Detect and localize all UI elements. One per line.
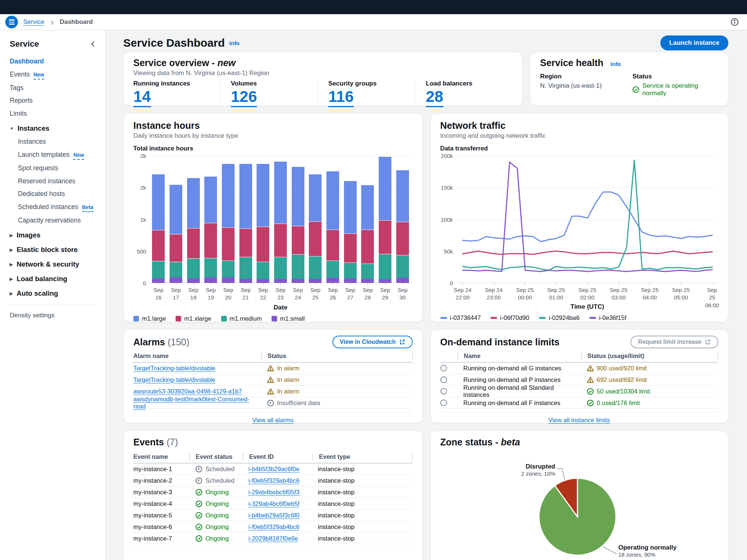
sidebar-section-instances[interactable]: ▼Instances bbox=[10, 124, 96, 133]
network-traffic-y-axis: 050k100k150k200k bbox=[440, 156, 457, 283]
sidebar-item-capacity-reservations[interactable]: Capacity reservations bbox=[18, 216, 96, 225]
event-id-link[interactable]: i-f0eb5f329ab4bc6 bbox=[248, 523, 300, 530]
network-traffic-x-axis: Sep 2422:00Sep 2423:00Sep 2500:00Sep 250… bbox=[457, 283, 718, 301]
event-row: my-instance-4Ongoingi-329ab4bc6f0eb5fins… bbox=[133, 498, 413, 510]
event-name-cell: my-instance-3 bbox=[133, 489, 189, 496]
event-name-cell: my-instance-7 bbox=[133, 535, 189, 542]
success-icon bbox=[587, 399, 594, 407]
bar-slot bbox=[237, 156, 254, 283]
legend-label: i-03736447 bbox=[450, 314, 481, 321]
radio-button[interactable] bbox=[440, 388, 447, 395]
sidebar-item-spot-requests[interactable]: Spot requests bbox=[18, 164, 96, 173]
bar-segment-m1.medium bbox=[396, 255, 409, 278]
sidebar-item-label: Capacity reservations bbox=[18, 216, 81, 225]
legend-item-i-06f70d90[interactable]: i-06f70d90 bbox=[490, 314, 529, 321]
sidebar-item-badge[interactable]: New bbox=[34, 71, 44, 80]
view-in-cloudwatch-button[interactable]: View in Cloudwatch bbox=[332, 336, 413, 348]
stat-value-link[interactable]: 116 bbox=[328, 88, 354, 107]
view-all-instance-limits-link[interactable]: View all instance limits bbox=[548, 417, 610, 423]
bar-segment-m1.medium bbox=[187, 258, 200, 279]
sidebar-section-load-balancing[interactable]: ▶Load balancing bbox=[10, 275, 96, 283]
event-id-link[interactable]: i-329ab4bc6f0eb5f bbox=[248, 500, 300, 507]
sidebar-item-badge[interactable]: Beta bbox=[82, 204, 93, 212]
breadcrumb-service-link[interactable]: Service bbox=[23, 18, 44, 26]
sidebar-item-tags[interactable]: Tags bbox=[10, 84, 96, 93]
bar-slot bbox=[359, 156, 376, 283]
stacked-bar-sep-28[interactable] bbox=[361, 185, 374, 283]
sidebar-item-label: Instances bbox=[18, 137, 46, 146]
view-all-alarms-link[interactable]: View all alarms bbox=[252, 417, 294, 423]
sidebar-item-launch-templates[interactable]: Launch templatesNew bbox=[18, 150, 96, 160]
stacked-bar-sep-20[interactable] bbox=[222, 164, 235, 283]
sidebar-section-elastic-block-store[interactable]: ▶Elastic block store bbox=[10, 246, 96, 254]
network-traffic-plot bbox=[457, 156, 718, 283]
legend-item-m1.small[interactable]: m1.small bbox=[272, 315, 305, 322]
main-content: Service Dashboard Info Launch instance S… bbox=[106, 30, 747, 560]
sidebar-item-dedicated-hosts[interactable]: Dedicated hosts bbox=[18, 190, 96, 199]
stacked-bar-sep-30[interactable] bbox=[396, 170, 409, 283]
request-limit-increase-button[interactable]: Request limit increase bbox=[630, 336, 718, 348]
radio-button[interactable] bbox=[440, 365, 447, 371]
bar-slot bbox=[220, 156, 237, 283]
legend-item-m1.large[interactable]: m1.large bbox=[133, 315, 166, 322]
event-id-link[interactable]: i-b4b5f3b29ac6f0e bbox=[248, 466, 300, 472]
service-health-title: Service health Info bbox=[540, 57, 718, 68]
triangle-down-icon: ▼ bbox=[10, 126, 14, 131]
radio-button[interactable] bbox=[440, 376, 447, 383]
bar-slot bbox=[150, 156, 167, 283]
event-id-link[interactable]: i-2029b8187f0e6e bbox=[248, 535, 298, 542]
info-icon[interactable] bbox=[731, 18, 739, 26]
zone-status-card: Zone status - beta Disrupted 2 zones, 10… bbox=[430, 430, 729, 560]
legend-item-m1.medium[interactable]: m1.medium bbox=[221, 315, 262, 322]
stacked-bar-sep-18[interactable] bbox=[187, 178, 200, 283]
limit-row: Running on-demand all G instances900 use… bbox=[440, 363, 719, 374]
alarm-name-link[interactable]: awsdynamodb-test0mark0test-Consumed-read bbox=[133, 396, 249, 410]
event-id-link[interactable]: i-b4beb29a5f3c6f0 bbox=[248, 512, 300, 519]
sidebar-item-reports[interactable]: Reports bbox=[10, 96, 96, 105]
stacked-bar-sep-27[interactable] bbox=[344, 181, 357, 283]
service-health-info-link[interactable]: Info bbox=[610, 61, 621, 67]
zone-status-pie-chart bbox=[431, 431, 729, 560]
stacked-bar-sep-16[interactable] bbox=[152, 174, 165, 283]
stacked-bar-sep-21[interactable] bbox=[239, 163, 252, 283]
stacked-bar-sep-23[interactable] bbox=[274, 161, 287, 283]
event-status-cell: Ongoing bbox=[189, 535, 242, 542]
stacked-bar-sep-29[interactable] bbox=[379, 156, 391, 283]
stacked-bar-sep-26[interactable] bbox=[326, 171, 339, 283]
sidebar-item-reserved-instances[interactable]: Reserved instances bbox=[18, 177, 96, 186]
sidebar-item-scheduled-instances[interactable]: Scheduled instancesBeta bbox=[18, 203, 96, 212]
event-id-link[interactable]: i-29ab4bebc6f05f3 bbox=[248, 489, 300, 495]
sidebar-section-auto-scaling[interactable]: ▶Auto scaling bbox=[10, 289, 96, 298]
sidebar-item-badge[interactable]: New bbox=[73, 152, 84, 160]
x-tick-label: Sep24 bbox=[289, 283, 307, 302]
stacked-bar-sep-17[interactable] bbox=[170, 184, 182, 283]
stacked-bar-sep-24[interactable] bbox=[292, 167, 304, 283]
sidebar-density-settings[interactable]: Density settings bbox=[10, 312, 96, 319]
alarm-name-link[interactable]: awsroute53-303920aa-0498-4129-a1b7 bbox=[133, 388, 242, 395]
launch-instance-button[interactable]: Launch instance bbox=[660, 35, 728, 50]
radio-button[interactable] bbox=[440, 399, 447, 406]
alarm-name-link[interactable]: TargetTracking-table/divstable bbox=[133, 376, 216, 383]
event-row: my-instance-2Scheduledi-f0eb5f329ab4bc6i… bbox=[133, 475, 413, 486]
stacked-bar-sep-22[interactable] bbox=[257, 164, 269, 283]
stat-value-link[interactable]: 126 bbox=[231, 88, 257, 107]
sidebar-item-dashboard[interactable]: Dashboard bbox=[10, 57, 96, 66]
sidebar-section-network-security[interactable]: ▶Network & security bbox=[10, 260, 96, 268]
menu-hamburger-button[interactable] bbox=[5, 16, 18, 28]
stacked-bar-sep-25[interactable] bbox=[309, 174, 322, 283]
sidebar-item-events[interactable]: EventsNew bbox=[10, 70, 96, 80]
legend-item-m1.xlarge[interactable]: m1.xlarge bbox=[176, 315, 211, 322]
sidebar-section-images[interactable]: ▶Images bbox=[10, 231, 96, 239]
sidebar-item-limits[interactable]: Limits bbox=[10, 109, 96, 118]
sidebar-item-instances[interactable]: Instances bbox=[18, 137, 96, 146]
legend-item-i-03736447[interactable]: i-03736447 bbox=[440, 314, 481, 321]
stat-value-link[interactable]: 14 bbox=[133, 88, 151, 107]
legend-item-i-02924ba6[interactable]: i-02924ba6 bbox=[539, 314, 580, 321]
stacked-bar-sep-19[interactable] bbox=[204, 176, 217, 283]
event-id-link[interactable]: i-f0eb5f329ab4bc6 bbox=[248, 477, 300, 484]
legend-item-i-0e36f15f[interactable]: i-0e36f15f bbox=[589, 314, 626, 321]
page-title-info-link[interactable]: Info bbox=[229, 40, 240, 46]
alarm-name-link[interactable]: TargetTracking-table/divstable bbox=[133, 365, 216, 371]
stat-value-link[interactable]: 28 bbox=[426, 88, 443, 107]
sidebar-collapse-icon[interactable] bbox=[90, 41, 96, 47]
